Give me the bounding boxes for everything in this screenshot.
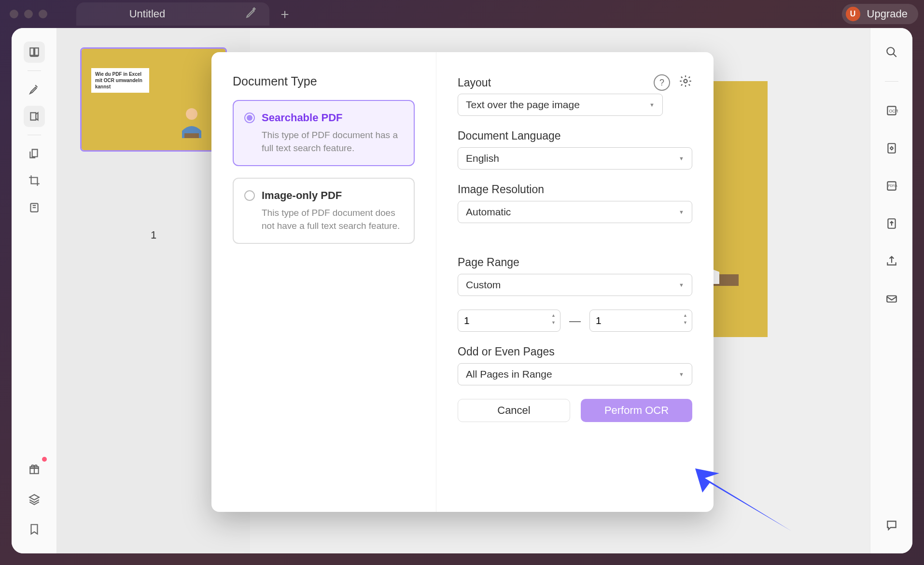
edit-icon[interactable]	[24, 106, 45, 127]
radio-icon	[244, 113, 255, 123]
tab-title: Untitled	[88, 8, 207, 20]
thumbnail-page-number: 1	[80, 229, 227, 241]
odd-even-dropdown[interactable]: All Pages in Range ▼	[458, 363, 692, 385]
pages-icon[interactable]	[24, 197, 45, 218]
option-description: This type of PDF document has a full tex…	[262, 129, 403, 155]
page-thumbnail[interactable]: Wie du PDF in Excel mit OCR umwandeln ka…	[80, 47, 227, 152]
search-icon[interactable]	[881, 42, 902, 63]
document-tab[interactable]: Untitled	[76, 2, 269, 26]
resolution-label: Image Resolution	[458, 183, 692, 196]
close-window-icon[interactable]	[10, 10, 18, 18]
separator	[885, 81, 898, 82]
range-from-value: 1	[464, 315, 470, 326]
range-from-input[interactable]: 1 ▲▼	[458, 310, 560, 332]
page-range-label: Page Range	[458, 256, 692, 269]
option-image-only-pdf[interactable]: Image-only PDF This type of PDF document…	[233, 178, 415, 244]
separator	[28, 71, 41, 71]
right-toolbar: OCR PDF/A	[870, 28, 912, 553]
compress-icon[interactable]	[881, 213, 902, 234]
document-type-heading: Document Type	[233, 74, 415, 88]
step-down-icon[interactable]: ▼	[682, 319, 689, 326]
page-range-value: Custom	[466, 279, 501, 291]
left-toolbar	[12, 28, 57, 553]
cancel-button[interactable]: Cancel	[458, 399, 570, 422]
copy-icon[interactable]	[24, 143, 45, 164]
minimize-window-icon[interactable]	[24, 10, 33, 18]
book-icon[interactable]	[24, 42, 45, 63]
chevron-down-icon: ▼	[649, 102, 655, 108]
avatar: U	[846, 7, 860, 21]
bookmark-icon[interactable]	[24, 519, 45, 540]
comment-icon[interactable]	[881, 515, 902, 536]
layout-label: Layout	[458, 76, 491, 89]
odd-even-value: All Pages in Range	[466, 368, 552, 380]
option-description: This type of PDF document does not have …	[262, 207, 403, 232]
option-searchable-pdf[interactable]: Searchable PDF This type of PDF document…	[233, 100, 415, 166]
chevron-down-icon: ▼	[679, 209, 684, 215]
language-dropdown[interactable]: English ▼	[458, 147, 692, 170]
window-titlebar: Untitled ＋ U Upgrade	[0, 0, 924, 28]
range-to-input[interactable]: 1 ▲▼	[589, 310, 692, 332]
option-title: Image-only PDF	[262, 189, 342, 202]
traffic-lights	[10, 10, 47, 18]
svg-rect-3	[184, 133, 199, 138]
dialog-left-panel: Document Type Searchable PDF This type o…	[211, 52, 436, 512]
crop-icon[interactable]	[24, 170, 45, 191]
svg-text:PDF/A: PDF/A	[888, 184, 897, 187]
page-range-inputs: 1 ▲▼ — 1 ▲▼	[458, 310, 692, 332]
layout-dropdown[interactable]: Text over the page image ▼	[458, 94, 663, 116]
layers-icon[interactable]	[24, 489, 45, 510]
dialog-right-panel: Layout ? Text over the page image ▼ Docu…	[436, 52, 714, 512]
ocr-icon[interactable]: OCR	[881, 100, 902, 121]
range-separator: —	[569, 314, 581, 327]
share-icon[interactable]	[881, 251, 902, 272]
perform-ocr-button[interactable]: Perform OCR	[581, 399, 692, 422]
chevron-down-icon: ▼	[679, 371, 684, 377]
thumbnail-illustration	[172, 102, 211, 141]
chevron-down-icon: ▼	[679, 282, 684, 288]
svg-point-9	[887, 47, 894, 55]
svg-rect-16	[887, 296, 896, 302]
step-down-icon[interactable]: ▼	[550, 319, 557, 326]
step-up-icon[interactable]: ▲	[550, 312, 557, 319]
help-icon[interactable]: ?	[654, 74, 670, 91]
svg-rect-12	[888, 143, 895, 153]
layout-value: Text over the page image	[466, 99, 580, 111]
separator	[28, 135, 41, 135]
upgrade-label: Upgrade	[867, 8, 908, 20]
ocr-dialog: Document Type Searchable PDF This type o…	[211, 52, 714, 512]
resolution-value: Automatic	[466, 206, 511, 218]
pdfa-icon[interactable]: PDF/A	[881, 175, 902, 197]
new-tab-button[interactable]: ＋	[273, 2, 296, 26]
radio-icon	[244, 190, 255, 201]
mail-icon[interactable]	[881, 288, 902, 310]
page-range-dropdown[interactable]: Custom ▼	[458, 274, 692, 296]
highlighter-icon[interactable]	[24, 79, 45, 100]
svg-point-17	[684, 80, 687, 83]
upgrade-button[interactable]: U Upgrade	[842, 4, 918, 24]
svg-point-2	[186, 108, 197, 120]
thumbnail-caption: Wie du PDF in Excel mit OCR umwandeln ka…	[91, 68, 149, 93]
convert-icon[interactable]	[881, 138, 902, 159]
gift-icon[interactable]	[24, 459, 45, 480]
chevron-down-icon: ▼	[679, 155, 684, 161]
dialog-buttons: Cancel Perform OCR	[458, 399, 692, 422]
range-to-value: 1	[596, 315, 602, 326]
svg-text:OCR: OCR	[889, 109, 897, 113]
language-label: Document Language	[458, 129, 692, 142]
language-value: English	[466, 153, 499, 164]
odd-even-label: Odd or Even Pages	[458, 345, 692, 358]
zoom-window-icon[interactable]	[39, 10, 47, 18]
resolution-dropdown[interactable]: Automatic ▼	[458, 201, 692, 223]
option-title: Searchable PDF	[262, 112, 343, 124]
settings-icon[interactable]	[679, 74, 692, 91]
rename-icon[interactable]	[245, 6, 258, 22]
step-up-icon[interactable]: ▲	[682, 312, 689, 319]
